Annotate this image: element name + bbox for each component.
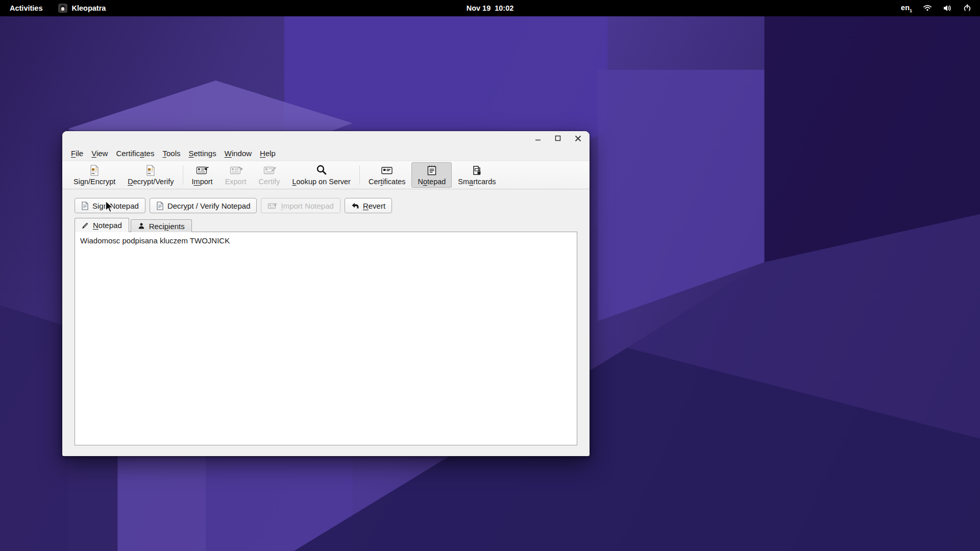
app-menu-button[interactable]: Kleopatra (52, 0, 112, 16)
keyboard-layout-indicator[interactable]: en 1 (901, 4, 912, 13)
undo-icon (351, 202, 359, 210)
close-button[interactable] (574, 135, 581, 142)
tab-recipients[interactable]: Recipients (131, 219, 192, 232)
wifi-icon[interactable] (923, 4, 932, 13)
gnome-top-bar: Activities Kleopatra Nov 19 10:02 en 1 (0, 0, 980, 16)
decrypt-verify-notepad-button[interactable]: Decrypt / Verify Notepad (150, 198, 257, 213)
id-card-icon (380, 164, 394, 177)
toolbar-certify[interactable]: Certify (253, 162, 286, 188)
pencil-icon (82, 222, 89, 229)
toolbar-decrypt-verify[interactable]: Decrypt/Verify (121, 162, 180, 188)
toolbar-lookup-on-server[interactable]: Lookup on Server (286, 162, 356, 188)
tab-notepad[interactable]: Notepad (75, 218, 129, 232)
document-sign-icon (89, 164, 100, 177)
certificate-import-small-icon (267, 202, 277, 210)
menu-bar: File View Certificates Tools Settings Wi… (62, 145, 590, 161)
toolbar-smartcards[interactable]: Smartcards (452, 162, 502, 188)
kleopatra-app-icon (58, 4, 67, 13)
clock-button[interactable]: Nov 19 10:02 (467, 0, 514, 16)
notepad-text: Wiadomosc podpisana kluczem TWOJNICK (80, 236, 230, 245)
document-small-icon (156, 202, 164, 210)
toolbar-notepad[interactable]: Notepad (411, 162, 452, 188)
notepad-action-row: Sign Notepad Decrypt / Verify Notepad (75, 198, 577, 213)
certificate-export-icon (229, 164, 242, 177)
menu-file[interactable]: File (67, 147, 87, 160)
revert-button[interactable]: Revert (345, 198, 392, 213)
volume-icon[interactable] (943, 4, 952, 13)
minimize-button[interactable] (534, 135, 542, 142)
clock-date: Nov 19 (467, 4, 491, 12)
toolbar-sign-encrypt[interactable]: Sign/Encrypt (67, 162, 121, 188)
toolbar-certificates[interactable]: Certificates (362, 162, 412, 188)
smartcard-reader-icon (471, 164, 483, 177)
app-menu-label: Kleopatra (71, 4, 106, 12)
notepad-tab-bar: Notepad Recipients (75, 218, 577, 232)
notepad-text-editor[interactable]: Wiadomosc podpisana kluczem TWOJNICK (75, 232, 577, 445)
activities-button[interactable]: Activities (0, 0, 52, 16)
main-toolbar: Sign/Encrypt Decrypt/Verify (62, 161, 590, 189)
clock-time: 10:02 (495, 4, 513, 12)
toolbar-export[interactable]: Export (219, 162, 253, 188)
notepad-icon (426, 164, 438, 177)
certificate-certify-icon (263, 164, 276, 177)
mouse-cursor (104, 200, 117, 214)
window-titlebar[interactable] (62, 131, 590, 145)
kleopatra-window: File View Certificates Tools Settings Wi… (62, 131, 590, 456)
power-icon[interactable] (963, 4, 972, 13)
toolbar-separator (183, 165, 183, 185)
certificate-import-icon (195, 164, 209, 177)
toolbar-import[interactable]: Import (186, 162, 219, 188)
menu-help[interactable]: Help (256, 147, 280, 160)
menu-settings[interactable]: Settings (185, 147, 220, 160)
maximize-button[interactable] (554, 135, 561, 142)
search-icon (315, 164, 328, 177)
document-small-icon (81, 202, 89, 210)
menu-window[interactable]: Window (220, 147, 256, 160)
menu-certificates[interactable]: Certificates (112, 147, 158, 160)
toolbar-separator (359, 165, 360, 185)
document-verify-icon (145, 164, 156, 177)
import-notepad-button[interactable]: Import Notepad (261, 198, 340, 213)
person-icon (138, 222, 145, 230)
menu-tools[interactable]: Tools (158, 147, 184, 160)
menu-view[interactable]: View (87, 147, 112, 160)
